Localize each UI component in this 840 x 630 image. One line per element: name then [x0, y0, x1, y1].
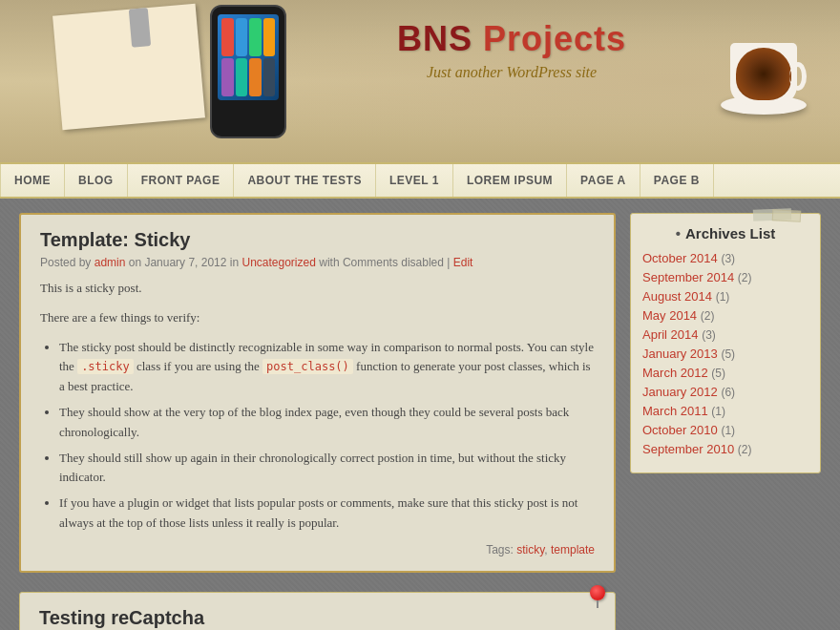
archive-count-5: (5): [721, 347, 735, 361]
nav-item-home[interactable]: HOME: [0, 164, 65, 197]
archive-count-6: (5): [711, 367, 725, 380]
header-title-area: BNS Projects Just another WordPress site: [397, 19, 626, 81]
nav-main: HOME BLOG FRONT PAGE ABOUT THE TESTS LEV…: [0, 164, 840, 197]
archive-item-7: January 2012 (6): [642, 385, 808, 399]
coffee-cup-body: [730, 43, 797, 105]
archive-item-9: October 2010 (1): [642, 423, 808, 437]
phone-app-7: [249, 58, 262, 96]
nav-item-blog[interactable]: BLOG: [65, 164, 128, 197]
archive-count-8: (1): [711, 405, 725, 418]
post-sticky-bullet-1: The sticky post should be distinctly rec…: [59, 338, 595, 397]
nav-item-page-a[interactable]: PAGE A: [567, 164, 640, 197]
archive-link-8[interactable]: March 2011: [642, 404, 708, 418]
phone-app-5: [221, 58, 234, 96]
nav-item-lorem-ipsum[interactable]: LOREM IPSUM: [453, 164, 567, 197]
phone-app-4: [263, 18, 276, 56]
post-sticky-bullet-4: If you have a plugin or widget that list…: [59, 494, 595, 534]
archive-item-6: March 2012 (5): [642, 366, 808, 380]
archive-link-1[interactable]: September 2014: [642, 270, 734, 284]
phone-app-2: [236, 18, 248, 56]
archive-count-3: (2): [701, 309, 715, 323]
post-sticky-bullet-3: They should still show up again in their…: [59, 449, 595, 489]
archive-count-4: (3): [702, 328, 716, 342]
site-title-rest: Projects: [472, 19, 626, 58]
nav-item-level1[interactable]: LEVEL 1: [376, 164, 453, 197]
post-sticky-tags: Tags: sticky, template: [40, 543, 595, 556]
site-subtitle: Just another WordPress site: [397, 64, 626, 81]
decorative-phone: [210, 5, 286, 138]
post-sticky-meta: Posted by admin on January 7, 2012 in Un…: [40, 256, 595, 269]
phone-app-6: [236, 58, 248, 96]
nav-item-page-b[interactable]: PAGE B: [640, 164, 714, 197]
archive-link-0[interactable]: October 2014: [642, 251, 718, 265]
archive-link-2[interactable]: August 2014: [642, 289, 712, 304]
archive-link-4[interactable]: April 2014: [642, 327, 699, 342]
site-title-bns: BNS: [397, 19, 472, 58]
archive-link-6[interactable]: March 2012: [642, 366, 708, 380]
archives-widget: Archives List October 2014 (3) September…: [630, 213, 821, 473]
post-recaptcha-title: Testing reCaptcha: [39, 607, 596, 629]
post-sticky-verify: There are a few things to verify:: [40, 308, 595, 328]
archive-item-5: January 2013 (5): [642, 346, 808, 361]
archive-link-9[interactable]: October 2010: [642, 423, 718, 437]
coffee-handle: [789, 62, 807, 91]
archive-link-10[interactable]: September 2010: [642, 442, 734, 456]
nav-item-about-tests[interactable]: ABOUT THE TESTS: [234, 164, 376, 197]
post-sticky-edit-link[interactable]: Edit: [453, 256, 473, 269]
sticky-code: .sticky: [77, 359, 134, 374]
sidebar: Archives List October 2014 (3) September…: [630, 213, 821, 630]
post-sticky-bullets: The sticky post should be distinctly rec…: [40, 338, 595, 534]
archive-link-7[interactable]: January 2012: [642, 385, 718, 399]
phone-app-3: [249, 18, 262, 56]
paper-clip: [129, 8, 151, 48]
nav-item-front-page[interactable]: FRONT PAGE: [128, 164, 235, 197]
tags-label: Tags:: [486, 543, 514, 556]
archive-item-2: August 2014 (1): [642, 289, 808, 304]
navigation-bar: HOME BLOG FRONT PAGE ABOUT THE TESTS LEV…: [0, 162, 840, 199]
tag-sticky[interactable]: sticky: [516, 543, 544, 556]
archive-list: October 2014 (3) September 2014 (2) Augu…: [642, 251, 808, 456]
post-sticky: Template: Sticky Posted by admin on Janu…: [19, 213, 616, 573]
decorative-paper: [52, 4, 205, 131]
phone-app-8: [263, 58, 276, 96]
archive-item-8: March 2011 (1): [642, 404, 808, 418]
post-recaptcha: Testing reCaptcha Posted by admin on Oct…: [19, 592, 616, 630]
post-sticky-content: This is a sticky post. There are a few t…: [40, 279, 595, 534]
archive-item-10: September 2010 (2): [642, 442, 808, 456]
pushpin-icon: [590, 585, 605, 600]
coffee-surface: [736, 48, 791, 100]
archive-item-4: April 2014 (3): [642, 327, 808, 342]
archive-count-7: (6): [721, 386, 735, 399]
archive-count-2: (1): [716, 290, 730, 304]
post-sticky-bullet-2: They should show at the very top of the …: [59, 403, 595, 443]
post-sticky-author-link[interactable]: admin: [94, 256, 126, 269]
archive-count-1: (2): [738, 271, 752, 284]
archive-link-5[interactable]: January 2013: [642, 346, 718, 361]
post-class-code: post_class(): [262, 359, 353, 374]
tape-decoration: [772, 209, 802, 222]
phone-app-1: [221, 18, 234, 56]
decorative-coffee-cup: [716, 19, 811, 115]
tag-template[interactable]: template: [551, 543, 595, 556]
site-header: BNS Projects Just another WordPress site: [0, 0, 840, 162]
post-sticky-intro: This is a sticky post.: [40, 279, 595, 299]
archive-item-0: October 2014 (3): [642, 251, 808, 265]
archive-count-0: (3): [721, 252, 735, 265]
archive-count-9: (1): [721, 424, 735, 437]
archive-count-10: (2): [738, 443, 752, 456]
archives-title: Archives List: [642, 225, 808, 242]
phone-screen: [218, 14, 279, 100]
content-area: Template: Sticky Posted by admin on Janu…: [19, 213, 616, 630]
site-title: BNS Projects: [397, 19, 626, 59]
archive-item-1: September 2014 (2): [642, 270, 808, 284]
post-sticky-category-link[interactable]: Uncategorized: [242, 256, 315, 269]
main-wrapper: Template: Sticky Posted by admin on Janu…: [0, 199, 840, 630]
archive-link-3[interactable]: May 2014: [642, 308, 697, 323]
archive-item-3: May 2014 (2): [642, 308, 808, 323]
post-sticky-title: Template: Sticky: [40, 229, 595, 251]
